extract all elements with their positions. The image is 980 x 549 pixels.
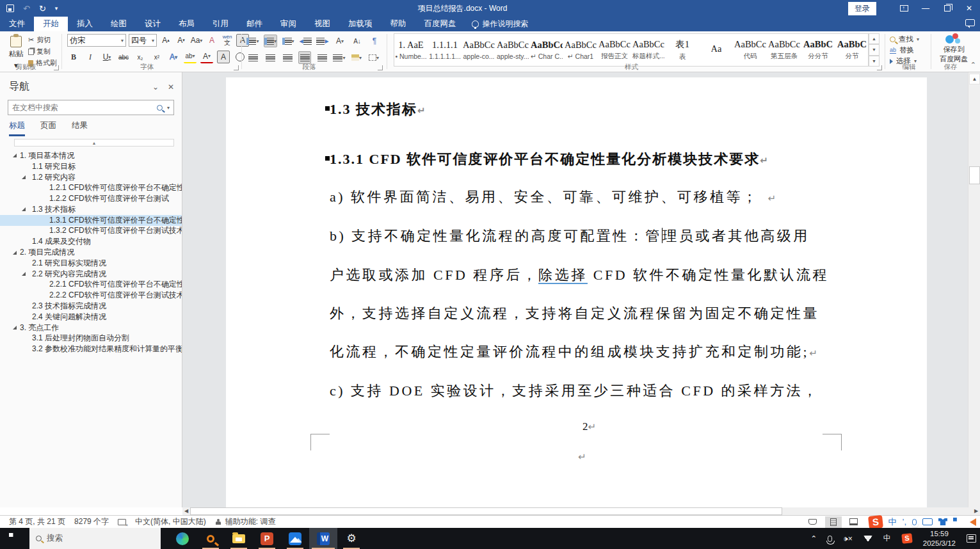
nav-heading-item[interactable]: 2.2 研究内容完成情况 — [0, 269, 182, 280]
taskbar-settings-button[interactable]: ⚙ — [337, 528, 365, 549]
style-item[interactable]: AaBbC 分分节 — [801, 34, 835, 66]
expand-arrow-icon[interactable] — [13, 326, 17, 330]
style-item[interactable]: AaBbCc ↵ Char1 — [564, 34, 598, 66]
justify-button[interactable] — [298, 51, 311, 64]
font-name-combo[interactable]: 仿宋▾ — [67, 34, 126, 47]
nav-heading-item[interactable]: 2.3 技术指标完成情况 — [0, 301, 182, 312]
clear-formatting-button[interactable]: A — [205, 34, 218, 47]
nav-heading-item[interactable]: 3.2 参数校准功能对结果精度和计算量的平衡 — [0, 344, 182, 354]
phonetic-guide-button[interactable]: wén文 — [221, 34, 234, 47]
expand-arrow-icon[interactable] — [13, 154, 17, 157]
read-mode-button[interactable] — [805, 516, 821, 528]
styles-scroll-up-button[interactable]: ▲ — [869, 33, 880, 44]
bullets-button[interactable]: ▾ — [246, 35, 259, 47]
tray-sogou-icon[interactable]: S — [901, 533, 912, 544]
subscript-button[interactable]: x₂ — [134, 51, 147, 63]
expand-arrow-icon[interactable] — [22, 207, 26, 211]
start-button[interactable] — [0, 528, 29, 549]
word-count[interactable]: 8279 个字 — [74, 516, 109, 527]
style-item[interactable]: AaBbCc ↵ Char C... — [530, 34, 564, 66]
underline-button[interactable]: U▾ — [100, 51, 113, 63]
undo-icon[interactable]: ↶ — [23, 4, 30, 13]
nav-heading-item[interactable]: 2.2.1 CFD软件可信度评价平台不确定性量化... — [0, 280, 182, 290]
sign-in-button[interactable]: 登录 — [848, 2, 876, 15]
style-item[interactable]: 1. AaE • Numbe... — [394, 34, 428, 66]
highlight-button[interactable]: ab▾ — [184, 51, 197, 63]
text-effects-button[interactable]: A▾ — [167, 51, 180, 63]
ribbon-display-options-button[interactable] — [893, 0, 915, 17]
ribbon-tab[interactable]: 布局 — [170, 17, 204, 31]
asian-layout-button[interactable]: A▾ — [333, 35, 346, 47]
comments-icon[interactable] — [965, 19, 975, 26]
nav-heading-item[interactable]: 1.2 研究内容 — [0, 172, 182, 183]
ribbon-tab[interactable]: 视图 — [305, 17, 339, 31]
multilevel-list-button[interactable]: ▾ — [282, 35, 294, 47]
skin-icon[interactable] — [938, 518, 947, 525]
nav-heading-item[interactable]: 1. 项目基本情况 — [0, 150, 182, 161]
horizontal-scrollbar[interactable]: ◀ ▶ — [182, 507, 980, 515]
minimize-button[interactable]: — — [915, 0, 936, 17]
ribbon-tab[interactable]: 引用 — [204, 17, 237, 31]
document-page[interactable]: 1.3 技术指标↵ 1.3.1 CFD 软件可信度评价平台不确定性量化分析模块技… — [226, 77, 927, 507]
scroll-right-button[interactable]: ▶ — [972, 507, 980, 515]
accessibility-status[interactable]: 辅助功能: 调查 — [225, 516, 276, 527]
borders-button[interactable]: ▾ — [367, 51, 380, 64]
taskbar-powerpoint-button[interactable]: P — [253, 528, 281, 549]
nav-heading-item[interactable]: 2.2.2 CFD软件可信度评价平台测试技术要求 — [0, 290, 182, 301]
align-center-button[interactable] — [264, 51, 277, 64]
web-layout-button[interactable] — [846, 516, 862, 528]
nav-heading-item[interactable]: 1.3.1 CFD软件可信度评价平台不确定性量化... — [0, 215, 182, 226]
scroll-up-button[interactable]: ▲ — [969, 74, 980, 84]
taskbar-explorer-button[interactable] — [225, 528, 253, 549]
style-item[interactable]: AaBbC 分节 — [835, 34, 869, 66]
nav-heading-item[interactable]: 3. 亮点工作 — [0, 322, 182, 333]
grow-font-button[interactable]: A▴ — [159, 34, 172, 47]
page-indicator[interactable]: 第 4 页, 共 21 页 — [9, 516, 65, 527]
nav-heading-item[interactable]: 1.3 技术指标 — [0, 204, 182, 215]
decrease-indent-button[interactable]: ◀ — [299, 35, 312, 47]
nav-search-icon[interactable] — [157, 105, 163, 111]
nav-scroll-previous-bar[interactable]: ▲ — [14, 139, 174, 147]
expand-arrow-icon[interactable] — [22, 175, 26, 179]
nav-tab[interactable]: 页面 — [40, 120, 56, 136]
vertical-scroll-thumb[interactable] — [969, 166, 980, 184]
tell-me-search[interactable]: 操作说明搜索 — [465, 17, 535, 31]
print-layout-button[interactable] — [825, 516, 842, 528]
tray-wifi-icon[interactable] — [864, 536, 872, 542]
ribbon-tab[interactable]: 邮件 — [237, 17, 271, 31]
expand-arrow-icon[interactable] — [13, 251, 17, 255]
language-indicator[interactable]: 中文(简体, 中国大陆) — [135, 516, 206, 527]
style-item[interactable]: AaBbCc 标题样式... — [632, 34, 666, 66]
save-to-baidu-button[interactable]: 保存到 百度网盘 — [936, 33, 972, 64]
proofing-status-icon[interactable] — [118, 519, 126, 525]
distribute-button[interactable] — [316, 51, 328, 64]
punctuation-toggle[interactable]: ’, — [903, 517, 907, 527]
ribbon-tab[interactable]: 百度网盘 — [415, 17, 465, 31]
nav-heading-item[interactable]: 1.1 研究目标 — [0, 161, 182, 172]
qat-customize-icon[interactable]: ▾ — [55, 5, 58, 12]
action-center-icon[interactable] — [967, 534, 976, 543]
style-item[interactable]: AaBbCc apple-sty... — [496, 34, 530, 66]
scroll-left-button[interactable]: ◀ — [182, 507, 190, 515]
font-size-combo[interactable]: 四号▾ — [129, 34, 157, 47]
ribbon-tab[interactable]: 加载项 — [339, 17, 382, 31]
taskbar-clock[interactable]: 15:59 2025/3/12 — [923, 529, 956, 548]
increase-indent-button[interactable]: ▶ — [316, 35, 329, 47]
align-right-button[interactable] — [281, 51, 294, 64]
save-icon[interactable] — [6, 4, 14, 12]
nav-heading-item[interactable]: 1.4 成果及交付物 — [0, 236, 182, 247]
numbering-button[interactable]: ▾ — [264, 35, 277, 47]
tray-chevron-up-icon[interactable]: ⌃ — [810, 534, 817, 543]
style-item[interactable]: AaBbCcDc 第五层条 — [767, 34, 801, 66]
nav-tab[interactable]: 结果 — [72, 120, 88, 136]
italic-button[interactable]: I — [84, 51, 97, 63]
styles-scroll-down-button[interactable]: ▼ — [869, 44, 880, 55]
nav-heading-item[interactable]: 2. 项目完成情况 — [0, 247, 182, 258]
change-case-button[interactable]: Aa▾ — [190, 34, 203, 47]
taskbar-search-box[interactable]: 搜索 — [29, 528, 161, 549]
tray-input-language[interactable]: 中 — [883, 533, 891, 544]
ribbon-tab[interactable]: 设计 — [136, 17, 170, 31]
ribbon-tab[interactable]: 帮助 — [382, 17, 415, 31]
restore-button[interactable] — [936, 0, 958, 17]
show-hide-marks-button[interactable]: ¶ — [368, 35, 381, 47]
